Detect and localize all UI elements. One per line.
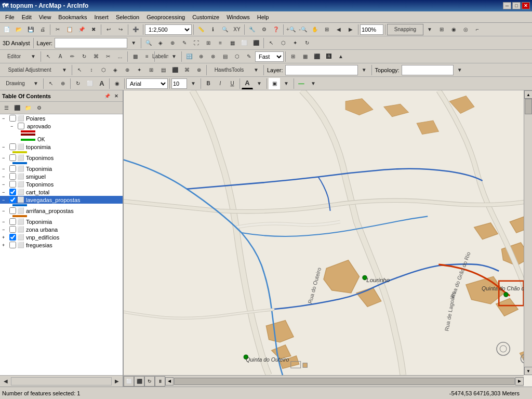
map-nav-btn2[interactable]: ⬛ — [134, 376, 144, 387]
toc-layer-toponimos2[interactable]: − ⬜ Toponimos — [0, 180, 123, 188]
render-select[interactable]: Fast — [255, 51, 284, 62]
draw-select[interactable]: ↖ — [45, 78, 57, 89]
map-pause-btn[interactable]: ⏸ — [155, 376, 165, 387]
find-button[interactable]: 🔍 — [219, 24, 231, 35]
menu-geoprocessing[interactable]: Geoprocessing — [143, 13, 188, 21]
toc-close-btn[interactable]: ✕ — [112, 92, 121, 100]
snapping-opts[interactable]: ▼ — [424, 24, 435, 35]
toc-layer-smiguel[interactable]: − ⬜ smiguel — [0, 172, 123, 180]
toc-layer-toponimia3[interactable]: − ⬜ Toponimia — [0, 218, 123, 225]
layer-check-toponimos2[interactable] — [9, 181, 16, 188]
font-size-input[interactable] — [171, 78, 187, 89]
editor-dropdown-arrow[interactable]: ▼ — [28, 51, 39, 62]
topology-input[interactable] — [402, 65, 454, 75]
toc-layer-zona-urbana[interactable]: − ⬜ zona urbana — [0, 225, 123, 233]
cut-button[interactable]: ✂ — [52, 24, 63, 35]
arctoolbox-button[interactable]: 🔧 — [246, 24, 258, 35]
topology-dropdown-btn[interactable]: ▼ — [454, 64, 466, 76]
layer-dropdown-btn[interactable]: ▼ — [128, 37, 139, 49]
open-button[interactable]: 📂 — [13, 24, 24, 35]
copy-button[interactable]: 📋 — [64, 24, 75, 35]
layer-check-lavegadas[interactable] — [9, 196, 16, 203]
draw-marker[interactable]: ◉ — [111, 78, 123, 89]
label-tool2[interactable]: ⊕ — [195, 51, 207, 62]
editor-dropdown[interactable]: Editor — [1, 51, 27, 62]
scroll-down-btn[interactable]: ▼ — [524, 367, 532, 375]
toc-scrollbar-h[interactable] — [11, 377, 112, 385]
modelbuilder-button[interactable]: ⚙ — [258, 24, 270, 35]
map-nav-btn3[interactable]: ↻ — [144, 376, 155, 387]
toc-layer-toponimia1[interactable]: − ⬜ toponimia — [0, 143, 123, 151]
tool3[interactable]: ⊕ — [167, 37, 178, 49]
layer-input[interactable] — [55, 38, 127, 48]
full-extent-button[interactable]: ⊞ — [321, 24, 332, 35]
hawths-arrow[interactable]: ▼ — [250, 64, 262, 76]
toc-options[interactable]: ⚙ — [34, 103, 44, 113]
menu-edit[interactable]: Edit — [19, 13, 35, 21]
font-name-select[interactable]: Arial — [126, 78, 168, 89]
line-color-arrow[interactable]: ▼ — [308, 78, 319, 89]
toc-layer-lavegadas[interactable]: − ⬜ lavegadas_propostas — [0, 196, 123, 204]
toc-layer-vnp-edificios[interactable]: + ⬜ vnp_edifícios — [0, 233, 123, 241]
undo-button[interactable]: ↩ — [103, 24, 114, 35]
tool4[interactable]: ✎ — [179, 37, 190, 49]
sa-tool7[interactable]: ▤ — [157, 64, 169, 76]
toc-layer-aprovado[interactable]: − aprovado — [0, 122, 123, 130]
goto-xy-button[interactable]: XY — [231, 24, 243, 35]
map-canvas[interactable]: Lourinho Quinta do Chão do Rio Quinta do… — [124, 90, 524, 375]
label-tool1[interactable]: 🔡 — [183, 51, 195, 62]
zoom-in-button[interactable]: +🔍 — [285, 24, 297, 35]
sa-tool8[interactable]: ⬛ — [169, 64, 181, 76]
sa-select[interactable]: ↖ — [74, 64, 85, 76]
menu-bookmarks[interactable]: Bookmarks — [55, 13, 90, 21]
map-area[interactable]: Lourinho Quinta do Chão do Rio Quinta do… — [124, 90, 532, 387]
label-extra3[interactable]: ⬛ — [311, 51, 323, 62]
new-button[interactable]: 📄 — [1, 24, 12, 35]
draw-text[interactable]: A — [96, 78, 108, 89]
layer2-input[interactable] — [285, 65, 358, 75]
tool5[interactable]: ⛶ — [191, 37, 202, 49]
toc-source-view[interactable]: 📁 — [23, 103, 33, 113]
hawths-dropdown[interactable]: HawthsTools — [208, 64, 250, 76]
tool6[interactable]: ⊞ — [203, 37, 214, 49]
layer-check-aprovado[interactable] — [18, 123, 24, 129]
toc-scroll-left[interactable]: ◀ — [1, 376, 11, 387]
toc-layer-arrifana[interactable]: − ⬜ arrifana_propostas — [0, 207, 123, 215]
toc-layer-cart-total[interactable]: − ⬜ cart_total — [0, 188, 123, 196]
menu-windows[interactable]: Windows — [223, 13, 253, 21]
edit-reshape[interactable]: ⌘ — [90, 51, 102, 62]
node-tool[interactable]: ▩ — [129, 51, 141, 62]
sa-tool3[interactable]: ◈ — [110, 64, 121, 76]
label-tool6[interactable]: ✎ — [243, 51, 255, 62]
menu-view[interactable]: View — [36, 13, 55, 21]
line-color-btn[interactable]: ─ — [296, 78, 307, 89]
menu-selection[interactable]: Selection — [113, 13, 142, 21]
zoom-out-button[interactable]: -🔍 — [297, 24, 309, 35]
toc-draw-order[interactable]: ⬛ — [12, 103, 22, 113]
toc-layer-toponimia2[interactable]: − ⬜ Toponimia — [0, 165, 123, 172]
layer-check-poiares[interactable] — [9, 115, 16, 122]
layer-check-cart-total[interactable] — [9, 189, 16, 195]
label-extra2[interactable]: ▦ — [299, 51, 311, 62]
print-button[interactable]: 🖨 — [37, 24, 48, 35]
spatial-adj-dropdown[interactable]: Spatial Adjustment — [1, 64, 58, 76]
tool10[interactable]: ⬛ — [250, 37, 262, 49]
map-scrollbar-v[interactable]: ▲ ▼ — [524, 90, 532, 375]
sa-tool4[interactable]: ⊕ — [122, 64, 133, 76]
select2-btn[interactable]: ⬡ — [277, 37, 289, 49]
layer-check-freguesias[interactable] — [9, 242, 16, 248]
draw-tool1[interactable]: ⊕ — [57, 78, 69, 89]
label-tool5[interactable]: ⬡ — [231, 51, 243, 62]
toc-layer-freguesias[interactable]: + ⬜ freguesias — [0, 241, 123, 249]
label-tool4[interactable]: ▤ — [219, 51, 231, 62]
sa-tool6[interactable]: ⊞ — [145, 64, 157, 76]
edit-split[interactable]: ✂ — [102, 51, 114, 62]
snap-pts[interactable]: ◉ — [448, 24, 459, 35]
layer-check-arrifana[interactable] — [9, 207, 16, 214]
toc-list-view[interactable]: ☰ — [1, 103, 11, 113]
layer-check-vnp-edificios[interactable] — [9, 234, 16, 241]
paste-button[interactable]: 📌 — [76, 24, 87, 35]
bold-button[interactable]: B — [203, 78, 214, 89]
add-data-button[interactable]: ➕ — [130, 24, 141, 35]
underline-button[interactable]: U — [227, 78, 238, 89]
